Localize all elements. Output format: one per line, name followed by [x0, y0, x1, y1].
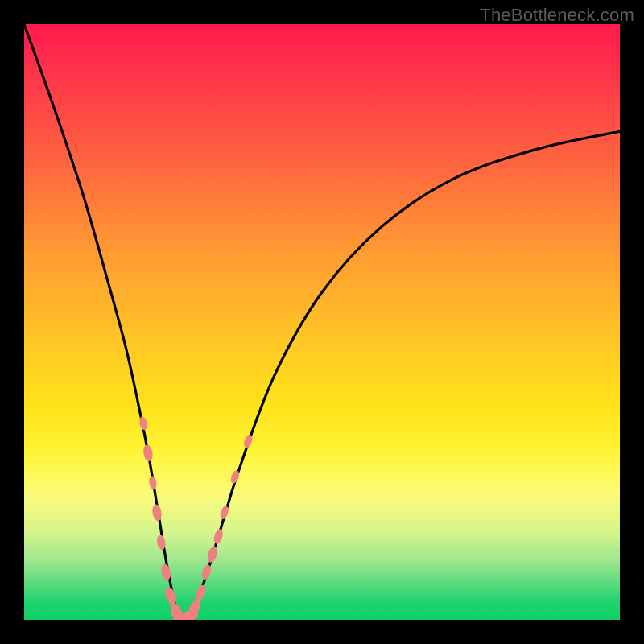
curve-marker: [213, 528, 225, 545]
curve-marker: [148, 476, 158, 490]
curve-markers: [138, 416, 254, 620]
watermark-text: TheBottleneck.com: [480, 5, 634, 26]
bottleneck-curve: [24, 24, 620, 620]
chart-frame: TheBottleneck.com: [0, 0, 644, 644]
chart-svg: [24, 24, 620, 620]
curve-marker: [138, 416, 148, 431]
curve-marker: [205, 545, 219, 564]
curve-marker: [142, 444, 155, 463]
plot-area: [24, 24, 620, 620]
curve-marker: [200, 564, 213, 580]
curve-marker: [151, 504, 163, 522]
